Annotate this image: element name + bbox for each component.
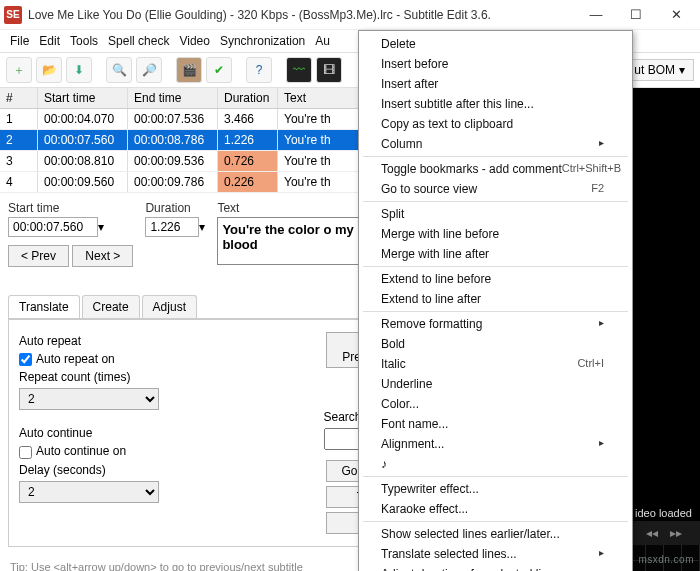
replace-icon[interactable]: 🔎: [136, 57, 162, 83]
video-controls[interactable]: ◂◂▸▸: [627, 521, 700, 545]
context-menu-item[interactable]: Underline: [359, 374, 632, 394]
autocontinue-checkbox[interactable]: [19, 446, 32, 459]
context-menu-item[interactable]: Adjust durations for selected lines...: [359, 564, 632, 571]
context-menu-item[interactable]: Font name...: [359, 414, 632, 434]
context-menu-item[interactable]: Extend to line after: [359, 289, 632, 309]
repeat-count-label: Repeat count (times): [19, 370, 304, 384]
col-start[interactable]: Start time: [38, 88, 128, 108]
context-menu-item[interactable]: Alignment...: [359, 434, 632, 454]
col-end[interactable]: End time: [128, 88, 218, 108]
visualsync-icon[interactable]: 🎬: [176, 57, 202, 83]
duration-label: Duration: [145, 201, 205, 215]
col-dur[interactable]: Duration: [218, 88, 278, 108]
context-menu-item[interactable]: Typewriter effect...: [359, 479, 632, 499]
open-icon[interactable]: 📂: [36, 57, 62, 83]
menu-spellcheck[interactable]: Spell check: [108, 34, 169, 48]
duration-input[interactable]: [145, 217, 199, 237]
context-menu-item[interactable]: Remove formatting: [359, 314, 632, 334]
col-num[interactable]: #: [0, 88, 38, 108]
context-menu-item[interactable]: Color...: [359, 394, 632, 414]
waveform-icon[interactable]: 〰: [286, 57, 312, 83]
help-icon[interactable]: ?: [246, 57, 272, 83]
context-menu-item[interactable]: Translate selected lines...: [359, 544, 632, 564]
spectrogram-icon[interactable]: 🎞: [316, 57, 342, 83]
context-menu-item[interactable]: Merge with line after: [359, 244, 632, 264]
context-menu-item[interactable]: Toggle bookmarks - add commentCtrl+Shift…: [359, 159, 632, 179]
video-panel: ideo loaded ◂◂▸▸: [627, 88, 700, 571]
context-menu-item[interactable]: Copy as text to clipboard: [359, 114, 632, 134]
context-menu-item[interactable]: Show selected lines earlier/later...: [359, 524, 632, 544]
menu-edit[interactable]: Edit: [39, 34, 60, 48]
prev-button[interactable]: < Prev: [8, 245, 69, 267]
autorepeat-on-label: Auto repeat on: [36, 352, 115, 366]
context-menu-item[interactable]: ♪: [359, 454, 632, 474]
context-menu-item[interactable]: Delete: [359, 34, 632, 54]
save-icon[interactable]: ⬇: [66, 57, 92, 83]
video-status: ideo loaded: [627, 507, 700, 519]
minimize-button[interactable]: —: [576, 3, 616, 27]
tab-create[interactable]: Create: [82, 295, 140, 318]
autorepeat-checkbox[interactable]: [19, 353, 32, 366]
play-icon[interactable]: ▸▸: [670, 526, 682, 540]
app-icon: SE: [4, 6, 22, 24]
repeat-count-select[interactable]: 2: [19, 388, 159, 410]
menu-tools[interactable]: Tools: [70, 34, 98, 48]
context-menu-item[interactable]: Insert after: [359, 74, 632, 94]
close-button[interactable]: ✕: [656, 3, 696, 27]
autocontinue-on-label: Auto continue on: [36, 444, 126, 458]
tab-translate[interactable]: Translate: [8, 295, 80, 318]
context-menu[interactable]: DeleteInsert beforeInsert afterInsert su…: [358, 30, 633, 571]
maximize-button[interactable]: ☐: [616, 3, 656, 27]
encoding-dropdown[interactable]: ut BOM▾: [625, 59, 694, 81]
titlebar: SE Love Me Like You Do (Ellie Goulding) …: [0, 0, 700, 30]
tab-adjust[interactable]: Adjust: [142, 295, 197, 318]
context-menu-item[interactable]: Merge with line before: [359, 224, 632, 244]
autorepeat-label: Auto repeat: [19, 334, 304, 348]
context-menu-item[interactable]: Column: [359, 134, 632, 154]
text-label: Text: [217, 201, 239, 215]
context-menu-item[interactable]: Split: [359, 204, 632, 224]
window-title: Love Me Like You Do (Ellie Goulding) - 3…: [28, 8, 576, 22]
context-menu-item[interactable]: ItalicCtrl+I: [359, 354, 632, 374]
menu-file[interactable]: File: [10, 34, 29, 48]
autocontinue-label: Auto continue: [19, 426, 304, 440]
chevron-down-icon: ▾: [679, 63, 685, 77]
spellcheck-icon[interactable]: ✔: [206, 57, 232, 83]
context-menu-item[interactable]: Bold: [359, 334, 632, 354]
context-menu-item[interactable]: Go to source viewF2: [359, 179, 632, 199]
delay-label: Delay (seconds): [19, 463, 304, 477]
delay-select[interactable]: 2: [19, 481, 159, 503]
text-input[interactable]: You're the color o my blood: [217, 217, 377, 265]
start-time-input[interactable]: [8, 217, 98, 237]
skip-back-icon[interactable]: ◂◂: [646, 526, 658, 540]
context-menu-item[interactable]: Insert subtitle after this line...: [359, 94, 632, 114]
new-icon[interactable]: ＋: [6, 57, 32, 83]
next-button[interactable]: Next >: [72, 245, 133, 267]
watermark: msxdn.com: [638, 554, 694, 565]
menu-auto[interactable]: Au: [315, 34, 330, 48]
context-menu-item[interactable]: Karaoke effect...: [359, 499, 632, 519]
menu-video[interactable]: Video: [179, 34, 209, 48]
context-menu-item[interactable]: Insert before: [359, 54, 632, 74]
context-menu-item[interactable]: Extend to line before: [359, 269, 632, 289]
start-time-label: Start time: [8, 201, 133, 215]
menu-sync[interactable]: Synchronization: [220, 34, 305, 48]
find-icon[interactable]: 🔍: [106, 57, 132, 83]
